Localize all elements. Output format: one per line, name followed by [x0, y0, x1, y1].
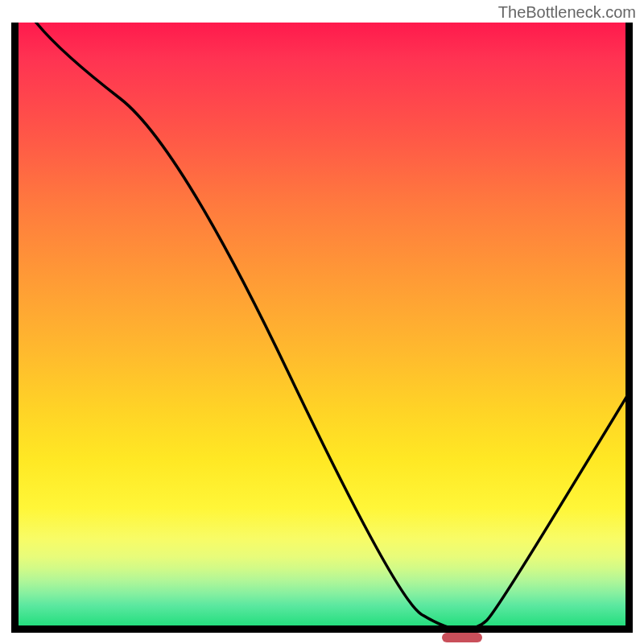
plot-frame: [11, 23, 633, 644]
bottleneck-curve: [11, 23, 633, 630]
optimal-zone-marker: [442, 633, 482, 642]
chart-container: TheBottleneck.com: [0, 0, 644, 644]
axis-left: [11, 23, 19, 633]
axis-bottom: [11, 625, 633, 633]
axis-right: [625, 23, 633, 633]
watermark-text: TheBottleneck.com: [498, 3, 636, 22]
